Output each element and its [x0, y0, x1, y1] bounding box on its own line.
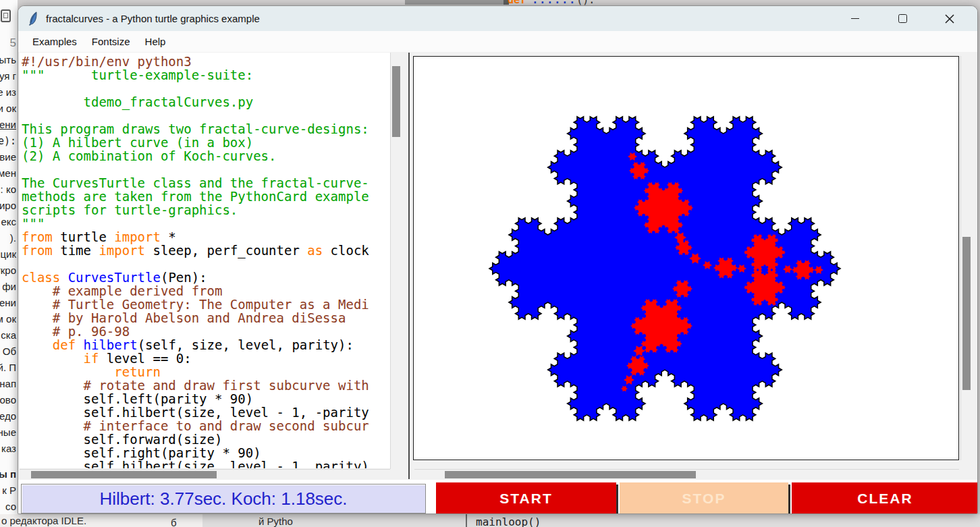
bg-text-fragment: ткро	[0, 265, 17, 278]
bg-text-fragment: le):	[0, 135, 17, 148]
bg-text-fragment: цик	[0, 248, 17, 262]
turtle-canvas	[413, 56, 959, 460]
code-line: if level == 0:	[22, 352, 390, 365]
background-divider-line	[466, 514, 467, 527]
menu-fontsize[interactable]: Fontsize	[84, 33, 138, 50]
code-line: # example derived from	[22, 284, 390, 298]
bg-code-dots: ......	[532, 0, 576, 5]
status-text: Hilbert: 3.77sec. Koch: 1.18sec.	[99, 489, 347, 509]
bg-text-fragment: й. П	[0, 362, 17, 375]
pane-divider	[408, 53, 410, 479]
bg-text-fragment: мен	[0, 167, 17, 181]
bg-text-fragment: ени	[0, 119, 17, 132]
bg-text-fragment: : ко	[0, 184, 17, 197]
canvas-vertical-scrollbar[interactable]	[960, 56, 972, 460]
bg-text-fragment: ).	[0, 232, 17, 246]
code-line	[22, 257, 390, 271]
background-left-strip: 5ытьуя ге изи окениle):виемен: ковироекс…	[0, 0, 18, 514]
code-line: def hilbert(self, size, level, parity):	[22, 338, 390, 352]
code-line: methods are taken from the PythonCard ex…	[22, 190, 390, 203]
code-line: from time import sleep, perf_counter as …	[22, 244, 390, 257]
bg-text-fragment: б	[171, 517, 177, 527]
code-horizontal-scrollbar[interactable]	[20, 469, 390, 479]
code-line: #!/usr/bin/env python3	[22, 55, 390, 68]
code-line: # Turtle Geometry: The Computer as a Med…	[22, 298, 390, 311]
bg-text-fragment: уя г	[0, 70, 17, 84]
bg-text-fragment: ени	[0, 297, 17, 310]
bg-text-fragment: виро	[0, 200, 17, 213]
status-bar: Hilbert: 3.77sec. Koch: 1.18sec.	[21, 484, 426, 514]
bg-text-fragment: ы п	[0, 468, 17, 482]
menubar: Examples Fontsize Help	[18, 31, 977, 52]
code-line: # by Harold Abelson and Andrea diSessa	[22, 311, 390, 325]
bg-text-fragment: ыть	[0, 54, 17, 67]
bg-text-fragment: ные	[0, 426, 17, 440]
start-button[interactable]: START	[436, 482, 616, 514]
turtledemo-window: fractalcurves - a Python turtle graphics…	[18, 5, 978, 514]
code-line: # rotate and draw first subcurve with	[22, 379, 390, 392]
code-line: This program draws two fractal-curve-des…	[22, 122, 390, 136]
code-line: class CurvesTurtle(Pen):	[22, 271, 390, 284]
close-icon	[945, 14, 954, 24]
menu-examples[interactable]: Examples	[25, 33, 84, 50]
bottom-bar: Hilbert: 3.77sec. Koch: 1.18sec. START S…	[18, 480, 977, 514]
bg-text-fragment: фи	[0, 281, 17, 294]
canvas-vscroll-thumb[interactable]	[962, 237, 971, 390]
bg-text-fragment: ска	[0, 329, 17, 343]
titlebar: fractalcurves - a Python turtle graphics…	[18, 6, 977, 31]
canvas-horizontal-scrollbar[interactable]	[414, 469, 959, 479]
bg-text-fragment: 5	[0, 36, 17, 50]
window-title: fractalcurves - a Python turtle graphics…	[46, 13, 260, 24]
code-line: tdemo_fractalCurves.py	[22, 95, 390, 109]
code-text[interactable]: #!/usr/bin/env python3""" turtle-example…	[20, 53, 390, 468]
code-line: self.forward(size)	[22, 433, 390, 446]
code-line: (2) A combination of Koch-curves.	[22, 149, 390, 163]
window-controls	[832, 6, 973, 31]
bg-text-fragment: екс	[0, 216, 17, 229]
fractal-svg	[414, 57, 958, 460]
bg-text-fragment: тово	[0, 394, 17, 408]
maximize-button[interactable]	[879, 6, 926, 31]
python-feather-icon	[28, 11, 40, 26]
code-line: """ turtle-example-suite:	[22, 68, 390, 82]
background-scrollbar-fragment	[405, 0, 509, 5]
bg-code-tail: ():	[576, 0, 595, 5]
bg-text-fragment: и ок	[0, 103, 17, 116]
bg-text-fragment: каз	[0, 443, 17, 456]
code-line: The CurvesTurtle class and the fractal-c…	[22, 176, 390, 190]
code-line: scripts for turtle-graphics.	[22, 203, 390, 217]
code-line	[22, 82, 390, 95]
code-line	[22, 163, 390, 176]
bg-text-fragment: к Р	[0, 484, 17, 498]
minimize-button[interactable]	[832, 6, 879, 31]
menu-help[interactable]: Help	[138, 33, 173, 50]
bg-text-fragment: mainloop()	[476, 516, 541, 527]
code-line: # interface to and draw second subcur	[22, 419, 390, 433]
background-app-icon-fragment	[1, 9, 11, 22]
maximize-icon	[898, 14, 907, 23]
code-line: from turtle import *	[22, 230, 390, 244]
code-vertical-scrollbar[interactable]	[390, 53, 402, 469]
close-button[interactable]	[926, 6, 973, 31]
bg-text-fragment: о редактора IDLE.	[1, 515, 86, 526]
bg-text-fragment: редо	[0, 410, 17, 424]
code-line: self.hilbert(size, level - 1, -parity	[22, 406, 390, 419]
code-line: """	[22, 217, 390, 230]
bg-text-fragment: м ок	[0, 313, 17, 327]
bg-code-keyword: def	[508, 0, 532, 5]
background-code-fragment: def ......():	[508, 0, 643, 5]
bg-text-fragment: нап	[0, 378, 17, 391]
bg-text-fragment: вие	[0, 151, 17, 165]
code-line: # p. 96-98	[22, 325, 390, 338]
canvas-hscroll-thumb[interactable]	[445, 471, 696, 478]
code-vscroll-thumb[interactable]	[392, 66, 400, 137]
code-line: return	[22, 365, 390, 379]
code-line	[22, 109, 390, 122]
code-hscroll-thumb[interactable]	[31, 471, 217, 478]
stop-button[interactable]: STOP	[620, 482, 788, 514]
bg-text-fragment: со	[0, 501, 17, 514]
code-line: self.left(parity * 90)	[22, 392, 390, 406]
minimize-icon	[851, 18, 859, 19]
bg-text-fragment: й Pytho	[258, 516, 293, 527]
clear-button[interactable]: CLEAR	[792, 482, 978, 514]
